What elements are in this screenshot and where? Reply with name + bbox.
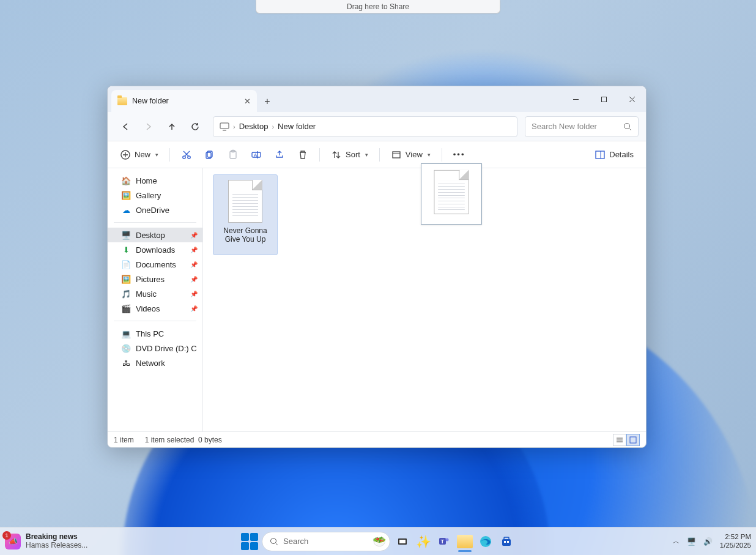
teams-button[interactable]: T bbox=[435, 533, 453, 550]
sidebar-item-pictures[interactable]: 🖼️Pictures📌 bbox=[108, 272, 202, 286]
close-tab-button[interactable]: ✕ bbox=[244, 97, 251, 106]
start-button[interactable] bbox=[241, 533, 258, 550]
home-icon: 🏠 bbox=[121, 176, 131, 185]
news-widget[interactable]: 📣 Breaking news Hamas Releases... bbox=[5, 530, 87, 553]
edge-button[interactable] bbox=[477, 533, 494, 550]
paste-button[interactable] bbox=[223, 145, 243, 165]
more-button[interactable]: ••• bbox=[448, 145, 470, 165]
network-tray-icon[interactable]: 🖥️ bbox=[687, 537, 696, 546]
file-list[interactable]: Never Gonna Give You Up bbox=[203, 168, 646, 431]
forward-button[interactable] bbox=[138, 116, 159, 137]
clock[interactable]: 2:52 PM 1/25/2025 bbox=[720, 533, 751, 549]
copy-button[interactable] bbox=[199, 145, 220, 165]
sidebar-item-dvd-drive[interactable]: 💿DVD Drive (D:) CCCOMA_X64FRE_EN-US_DV9 bbox=[108, 341, 202, 356]
back-button[interactable] bbox=[115, 116, 136, 137]
pin-icon: 📌 bbox=[190, 232, 198, 239]
copilot-button[interactable]: ✨ bbox=[415, 533, 432, 550]
sidebar-item-documents[interactable]: 📄Documents📌 bbox=[108, 257, 202, 272]
news-heading: Breaking news bbox=[26, 533, 87, 542]
tray-overflow-button[interactable]: ︿ bbox=[673, 537, 680, 546]
share-button[interactable] bbox=[269, 145, 290, 165]
tab-title: New folder bbox=[132, 97, 169, 105]
close-window-button[interactable] bbox=[618, 86, 646, 112]
search-icon bbox=[270, 537, 278, 546]
svg-rect-40 bbox=[504, 541, 506, 543]
trash-icon bbox=[297, 149, 308, 160]
clock-date: 1/25/2025 bbox=[720, 542, 751, 549]
sidebar-item-network[interactable]: 🖧Network bbox=[108, 356, 202, 370]
up-button[interactable] bbox=[161, 116, 182, 137]
documents-icon: 📄 bbox=[121, 259, 131, 269]
sidebar-item-desktop[interactable]: 🖥️Desktop📌 bbox=[108, 228, 202, 242]
refresh-button[interactable] bbox=[185, 116, 206, 137]
store-button[interactable] bbox=[498, 533, 515, 550]
explorer-tab[interactable]: New folder ✕ bbox=[111, 90, 257, 112]
text-file-icon bbox=[434, 170, 469, 214]
details-pane-button[interactable]: Details bbox=[590, 145, 639, 165]
taskbar-search[interactable]: Search 🥗 bbox=[262, 532, 390, 551]
breadcrumb[interactable]: › Desktop › New folder bbox=[213, 116, 517, 137]
rename-icon: A bbox=[251, 149, 262, 160]
desktop-icon: 🖥️ bbox=[121, 230, 131, 240]
details-icon bbox=[595, 149, 606, 160]
breadcrumb-item[interactable]: New folder bbox=[278, 122, 316, 131]
svg-text:A: A bbox=[254, 152, 258, 158]
paste-icon bbox=[228, 149, 239, 160]
file-explorer-taskbar-button[interactable] bbox=[456, 533, 473, 550]
sidebar-item-home[interactable]: 🏠Home bbox=[108, 173, 202, 188]
pin-icon: 📌 bbox=[190, 276, 198, 283]
svg-rect-33 bbox=[399, 540, 406, 543]
news-subtext: Hamas Releases... bbox=[26, 542, 87, 550]
clock-time: 2:52 PM bbox=[725, 533, 751, 541]
sidebar-item-onedrive[interactable]: ☁OneDrive bbox=[108, 203, 202, 217]
status-bar: 1 item 1 item selected 0 bytes bbox=[108, 431, 646, 447]
delete-button[interactable] bbox=[292, 145, 313, 165]
sort-button[interactable]: Sort ▾ bbox=[326, 145, 373, 165]
icons-view-button[interactable] bbox=[626, 434, 640, 446]
chevron-down-icon: ▾ bbox=[365, 152, 368, 158]
svg-rect-22 bbox=[393, 152, 400, 158]
file-item[interactable]: Never Gonna Give You Up bbox=[213, 174, 278, 255]
chevron-down-icon: ▾ bbox=[155, 152, 158, 158]
navigation-pane: 🏠Home 🖼️Gallery ☁OneDrive 🖥️Desktop📌 ⬇Do… bbox=[108, 168, 203, 431]
svg-point-12 bbox=[188, 155, 190, 158]
sidebar-item-this-pc[interactable]: 💻This PC bbox=[108, 326, 202, 341]
maximize-button[interactable] bbox=[590, 86, 618, 112]
news-icon: 📣 bbox=[5, 534, 21, 549]
scissors-icon bbox=[181, 149, 192, 160]
sort-icon bbox=[331, 149, 342, 160]
minimize-button[interactable] bbox=[561, 86, 590, 112]
new-button[interactable]: New ▾ bbox=[115, 145, 163, 165]
breadcrumb-item[interactable]: Desktop bbox=[239, 122, 269, 131]
volume-tray-icon[interactable]: 🔊 bbox=[703, 537, 713, 546]
svg-point-30 bbox=[271, 538, 276, 543]
search-placeholder: Search New folder bbox=[532, 122, 597, 131]
search-icon bbox=[623, 122, 632, 131]
pin-icon: 📌 bbox=[190, 291, 198, 297]
cut-button[interactable] bbox=[176, 145, 197, 165]
svg-rect-4 bbox=[220, 123, 229, 129]
details-view-button[interactable] bbox=[613, 434, 626, 446]
share-drop-bar[interactable]: Drag here to Share bbox=[256, 0, 500, 13]
search-input[interactable]: Search New folder bbox=[525, 116, 639, 137]
new-tab-button[interactable]: + bbox=[257, 91, 278, 112]
sidebar-item-downloads[interactable]: ⬇Downloads📌 bbox=[108, 242, 202, 257]
view-button[interactable]: View ▾ bbox=[386, 145, 435, 165]
sidebar-item-music[interactable]: 🎵Music📌 bbox=[108, 286, 202, 301]
view-icon bbox=[391, 149, 402, 160]
ellipsis-icon: ••• bbox=[453, 150, 465, 159]
monitor-icon bbox=[220, 122, 229, 131]
search-highlight-icon: 🥗 bbox=[372, 535, 386, 548]
svg-line-7 bbox=[629, 129, 631, 130]
rename-button[interactable]: A bbox=[246, 145, 267, 165]
sidebar-item-videos[interactable]: 🎬Videos📌 bbox=[108, 301, 202, 316]
music-icon: 🎵 bbox=[121, 289, 131, 299]
svg-text:T: T bbox=[441, 538, 445, 545]
sidebar-item-gallery[interactable]: 🖼️Gallery bbox=[108, 188, 202, 203]
network-icon: 🖧 bbox=[121, 358, 131, 368]
svg-point-11 bbox=[183, 155, 185, 158]
task-view-button[interactable] bbox=[394, 533, 411, 550]
svg-rect-39 bbox=[504, 537, 509, 540]
pin-icon: 📌 bbox=[190, 261, 198, 268]
svg-line-31 bbox=[276, 543, 278, 545]
